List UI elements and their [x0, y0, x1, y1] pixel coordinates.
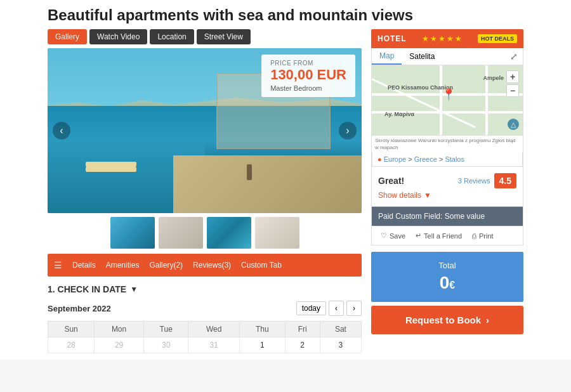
heart-icon: ♡: [381, 232, 387, 240]
map-attribution: Skróty klawiazowe Warunki korzystania z …: [372, 135, 523, 152]
custom-field-box: Paid Custom Field: Some value: [371, 207, 523, 226]
chevron-down-icon: ▼: [130, 285, 138, 294]
content-tabs: ☰ Details Amenities Gallery(2) Reviews(3…: [48, 254, 362, 277]
reviews-great-label: Great!: [378, 176, 404, 186]
main-image: PRICE FROM 130,00 EUR Master Bedroom ‹ ›: [48, 48, 362, 213]
day-header-sat: Sat: [320, 322, 361, 337]
star-1: ★: [422, 34, 429, 43]
gallery-prev-button[interactable]: ‹: [53, 122, 70, 140]
print-button[interactable]: ⎙ Print: [469, 230, 496, 241]
price-box: PRICE FROM 130,00 EUR Master Bedroom: [261, 55, 355, 97]
price-value: 130,00 EUR: [270, 67, 346, 83]
cal-day[interactable]: 3: [320, 337, 361, 353]
cal-day[interactable]: 31: [188, 337, 240, 353]
chevron-down-icon: ▼: [424, 191, 431, 200]
cal-day[interactable]: 29: [95, 337, 144, 353]
reviews-score-badge: 4.5: [494, 173, 516, 188]
cal-day[interactable]: 1: [240, 337, 286, 353]
tab-watch-video[interactable]: Watch Video: [89, 29, 147, 44]
reviews-header: Great! 3 Reviews 4.5: [378, 173, 516, 188]
tab-street-view[interactable]: Street View: [197, 29, 251, 44]
reviews-section: Great! 3 Reviews 4.5 Show details ▼: [371, 167, 523, 207]
breadcrumb-europe[interactable]: Europe: [384, 155, 406, 163]
calendar-header-row: Sun Mon Tue Wed Thu Fri Sat: [48, 322, 362, 337]
custom-field-text: Paid Custom Field: Some value: [378, 212, 485, 221]
arrow-right-icon: ›: [486, 315, 489, 325]
tab-amenities[interactable]: Amenities: [101, 261, 145, 270]
check-in-section: 1. CHECK IN DATE ▼ September 2022 today …: [48, 277, 362, 353]
star-5: ★: [455, 34, 462, 43]
location-breadcrumb: ● Europe > Greece > Stalos: [372, 152, 523, 166]
tab-details[interactable]: Details: [67, 261, 101, 270]
content-tabs-icon: ☰: [54, 260, 62, 270]
page-title: Beautiful apartments with sea and mounta…: [0, 0, 571, 29]
tab-gallery-2[interactable]: Gallery(2): [144, 261, 188, 270]
map-label-marina: Ay. Μαρίνα: [384, 111, 414, 117]
gallery-tabs: Gallery Watch Video Location Street View: [48, 29, 362, 44]
today-button[interactable]: today: [296, 301, 326, 315]
tell-friend-button[interactable]: ↵ Tell a Friend: [413, 230, 464, 241]
cal-day[interactable]: 28: [48, 337, 95, 353]
right-column: HOTEL ★ ★ ★ ★ ★ HOT DEALS Map Satelita ⤢: [371, 29, 523, 353]
calendar-prev-button[interactable]: ‹: [329, 301, 344, 316]
cal-day[interactable]: 30: [144, 337, 188, 353]
map-visual[interactable]: PEO Kissamou Chanion Ay. Μαρίνα Ampele 📍…: [372, 65, 523, 135]
check-in-title: 1. CHECK IN DATE ▼: [48, 284, 362, 294]
star-3: ★: [438, 34, 445, 43]
calendar-controls: today ‹ ›: [296, 301, 362, 316]
day-header-wed: Wed: [188, 322, 240, 337]
total-label: Total: [377, 261, 517, 270]
action-buttons: ♡ Save ↵ Tell a Friend ⎙ Print: [371, 226, 523, 245]
thumbnail-2[interactable]: [159, 217, 203, 249]
hotel-label: HOTEL: [377, 34, 407, 43]
thumbnail-3[interactable]: [207, 217, 251, 249]
cal-day[interactable]: 2: [285, 337, 320, 353]
tab-custom[interactable]: Custom Tab: [236, 261, 287, 270]
calendar-next-button[interactable]: ›: [346, 301, 362, 316]
tab-gallery[interactable]: Gallery: [48, 29, 87, 44]
day-header-fri: Fri: [285, 322, 320, 337]
map-pin: 📍: [442, 88, 456, 101]
breadcrumb-stalos[interactable]: Stalos: [445, 155, 464, 163]
show-details-button[interactable]: Show details ▼: [378, 191, 516, 200]
price-label: PRICE FROM: [270, 60, 346, 67]
thumbnails: [48, 217, 362, 249]
share-icon: ↵: [416, 232, 421, 240]
map-expand-button[interactable]: ⤢: [505, 48, 523, 65]
day-header-sun: Sun: [48, 322, 95, 337]
map-tabs: Map Satelita ⤢: [372, 48, 523, 65]
reviews-count-link[interactable]: 3 Reviews: [458, 177, 490, 185]
hotel-header: HOTEL ★ ★ ★ ★ ★ HOT DEALS: [371, 29, 523, 48]
map-street-view-button[interactable]: △: [508, 119, 519, 130]
request-to-book-button[interactable]: Request to Book ›: [371, 306, 523, 334]
star-4: ★: [447, 34, 454, 43]
star-2: ★: [430, 34, 437, 43]
tab-reviews[interactable]: Reviews(3): [188, 261, 236, 270]
thumbnail-1[interactable]: [110, 217, 155, 249]
calendar-row: 28 29 30 31 1 2 3: [48, 337, 362, 353]
map-tab-satelita[interactable]: Satelita: [402, 48, 442, 65]
map-label-ampele: Ampele: [483, 75, 504, 81]
map-tab-map[interactable]: Map: [372, 48, 402, 65]
calendar-month: September 2022: [48, 304, 111, 313]
calendar-header: September 2022 today ‹ ›: [48, 301, 362, 316]
gallery-next-button[interactable]: ›: [339, 122, 357, 140]
hotel-stars: ★ ★ ★ ★ ★: [422, 34, 462, 43]
day-header-thu: Thu: [240, 322, 286, 337]
location-icon: ●: [377, 155, 382, 163]
day-header-mon: Mon: [95, 322, 144, 337]
total-currency: €: [449, 280, 455, 291]
map-zoom-in-button[interactable]: +: [506, 70, 519, 83]
save-button[interactable]: ♡ Save: [378, 230, 408, 241]
day-header-tue: Tue: [144, 322, 188, 337]
left-column: Gallery Watch Video Location Street View: [48, 29, 362, 353]
total-value: 0€: [377, 273, 517, 293]
print-icon: ⎙: [472, 232, 476, 240]
map-zoom-out-button[interactable]: −: [506, 84, 519, 97]
calendar-table: Sun Mon Tue Wed Thu Fri Sat 28 29 30 31: [48, 321, 362, 353]
breadcrumb-greece[interactable]: Greece: [414, 155, 437, 163]
map-controls: + −: [506, 70, 519, 97]
price-sub: Master Bedroom: [270, 84, 346, 92]
tab-location[interactable]: Location: [150, 29, 194, 44]
thumbnail-4[interactable]: [255, 217, 299, 249]
